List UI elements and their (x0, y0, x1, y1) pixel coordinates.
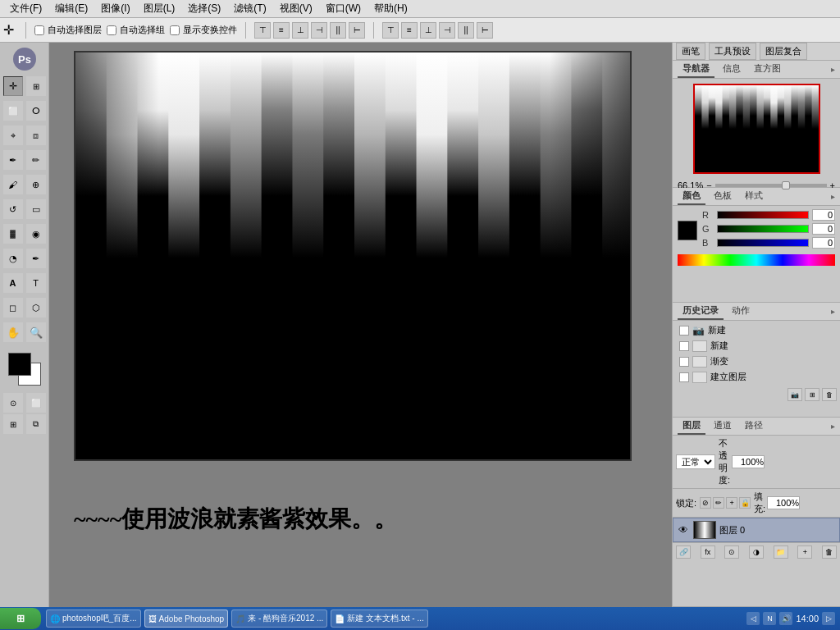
menu-layer[interactable]: 图层(L) (137, 0, 182, 17)
layer-fx-btn[interactable]: fx (701, 546, 715, 559)
dist-right-icon[interactable]: ⊢ (477, 22, 493, 39)
active-color-swatch[interactable] (678, 221, 697, 240)
screen-mode[interactable]: ⬜ (26, 393, 46, 413)
menu-window[interactable]: 窗口(W) (319, 0, 368, 17)
dist-bot-icon[interactable]: ⊥ (420, 22, 436, 39)
history-item-2[interactable]: 渐变 (676, 354, 837, 369)
dist-center-icon[interactable]: || (458, 22, 474, 39)
clone-stamp-tool[interactable]: ⊕ (26, 175, 46, 194)
tab-styles[interactable]: 样式 (740, 188, 768, 205)
taskbar-item-1[interactable]: 🖼 Adobe Photoshop (144, 609, 229, 628)
tab-navigator[interactable]: 导航器 (678, 61, 714, 78)
dist-left-icon[interactable]: ⊣ (439, 22, 455, 39)
menu-help[interactable]: 帮助(H) (368, 0, 414, 17)
taskbar-item-3[interactable]: 📄 新建 文本文档.txt - ... (331, 609, 427, 628)
crop-tool[interactable]: ⧈ (26, 126, 46, 145)
layer-new-btn[interactable]: + (797, 546, 812, 559)
hand-tool[interactable]: ✋ (3, 322, 23, 342)
layer-group-btn[interactable]: 📁 (774, 546, 788, 559)
color-close-btn[interactable]: ▸ (831, 192, 835, 201)
blur-tool[interactable]: ◉ (26, 224, 46, 244)
opacity-input[interactable] (732, 455, 765, 468)
history-close-btn[interactable]: ▸ (831, 307, 835, 316)
navigator-close-btn[interactable]: ▸ (831, 65, 835, 74)
lasso-tool[interactable]: ⵔ (26, 101, 46, 121)
eraser-tool[interactable]: ▭ (26, 199, 46, 219)
tray-nav-right[interactable]: ▷ (822, 612, 835, 625)
layer-adjustment-btn[interactable]: ◑ (749, 546, 764, 559)
layer-visibility-toggle[interactable]: 👁 (677, 523, 690, 536)
menu-file[interactable]: 文件(F) (3, 0, 48, 17)
eyedropper-tool[interactable]: ✒ (3, 150, 23, 170)
blend-mode-select[interactable]: 正常 (676, 454, 715, 469)
type-tool[interactable]: A (3, 273, 23, 293)
menu-edit[interactable]: 编辑(E) (48, 0, 94, 17)
marquee-tool[interactable]: ⬜ (3, 101, 23, 121)
layer-mask-btn[interactable]: ⊙ (724, 546, 739, 559)
tab-swatches[interactable]: 色板 (709, 188, 737, 205)
taskbar-item-0[interactable]: 🌐 photoshop吧_百度... (46, 609, 141, 628)
tab-histogram[interactable]: 直方图 (749, 61, 786, 78)
path-select-tool[interactable]: T (26, 273, 46, 293)
dist-mid-icon[interactable]: ≡ (401, 22, 418, 39)
align-right-icon[interactable]: ⊢ (349, 22, 365, 39)
r-slider[interactable] (717, 211, 809, 219)
b-slider[interactable] (717, 239, 809, 247)
brush-tab[interactable]: 画笔 (676, 43, 705, 60)
quick-select-tool[interactable]: ⌖ (3, 126, 23, 145)
zoom-slider-thumb[interactable] (782, 181, 790, 189)
tool-preset-tab[interactable]: 工具预设 (709, 43, 756, 60)
brush-tool[interactable]: 🖌 (3, 175, 23, 194)
menu-view[interactable]: 视图(V) (273, 0, 319, 17)
tray-nav-left[interactable]: ◁ (746, 612, 760, 625)
menu-select[interactable]: 选择(S) (181, 0, 227, 17)
show-transform-checkbox[interactable] (170, 25, 180, 35)
tab-channels[interactable]: 通道 (709, 418, 737, 435)
lock-paint-btn[interactable]: ✏ (713, 497, 724, 509)
tray-network-icon[interactable]: N (763, 612, 776, 625)
move-tool[interactable]: ✛ (3, 76, 23, 96)
zoom-tool[interactable]: 🔍 (26, 322, 46, 342)
align-middle-icon[interactable]: ≡ (273, 22, 290, 39)
quick-mask-mode[interactable]: ⊙ (3, 393, 23, 413)
shape-tool[interactable]: ◻ (3, 298, 23, 317)
history-item-1[interactable]: 新建 (676, 338, 837, 354)
foreground-color[interactable] (8, 353, 31, 376)
artboard-tool[interactable]: ⊞ (26, 76, 46, 96)
gradient-tool[interactable]: ▓ (3, 224, 23, 244)
tab-paths[interactable]: 路径 (740, 418, 768, 435)
history-create-snapshot-btn[interactable]: 📷 (788, 388, 802, 401)
color-spectrum[interactable] (678, 254, 835, 266)
auto-select-group-checkbox[interactable] (107, 25, 116, 35)
menu-filter[interactable]: 滤镜(T) (227, 0, 272, 17)
layer-delete-btn[interactable]: 🗑 (822, 546, 837, 559)
tray-volume-icon[interactable]: 🔊 (779, 612, 792, 625)
layer-row-0[interactable]: 👁 图层 0 (673, 518, 840, 542)
r-value[interactable]: 0 (812, 209, 835, 221)
layer-comp-tab[interactable]: 图层复合 (760, 43, 807, 60)
tab-info[interactable]: 信息 (718, 61, 746, 78)
custom-shape-tool[interactable]: ⬡ (26, 298, 46, 317)
history-new-doc-btn[interactable]: ⊞ (805, 388, 819, 401)
start-button[interactable]: ⊞ (0, 608, 41, 629)
zoom-slider[interactable] (715, 184, 827, 187)
history-snapshot[interactable]: 📷 新建 (676, 322, 837, 338)
menu-image[interactable]: 图像(I) (94, 0, 136, 17)
align-left-icon[interactable]: ⊣ (311, 22, 327, 39)
tab-history[interactable]: 历史记录 (678, 303, 724, 320)
canvas-document[interactable] (74, 51, 632, 461)
tab-actions[interactable]: 动作 (727, 303, 755, 320)
fill-input[interactable] (767, 496, 800, 509)
layers-close-btn[interactable]: ▸ (831, 422, 835, 431)
layer-link-btn[interactable]: 🔗 (676, 546, 691, 559)
align-top-icon[interactable]: ⊤ (254, 22, 271, 39)
dist-top-icon[interactable]: ⊤ (382, 22, 399, 39)
dodge-tool[interactable]: ◔ (3, 249, 23, 268)
auto-select-layer-checkbox[interactable] (34, 25, 44, 35)
pen-tool[interactable]: ✒ (26, 249, 46, 268)
tab-layers[interactable]: 图层 (678, 418, 705, 435)
tab-color[interactable]: 颜色 (678, 188, 705, 205)
b-value[interactable]: 0 (812, 237, 835, 249)
history-brush-tool[interactable]: ↺ (3, 199, 23, 219)
history-delete-btn[interactable]: 🗑 (822, 388, 837, 401)
